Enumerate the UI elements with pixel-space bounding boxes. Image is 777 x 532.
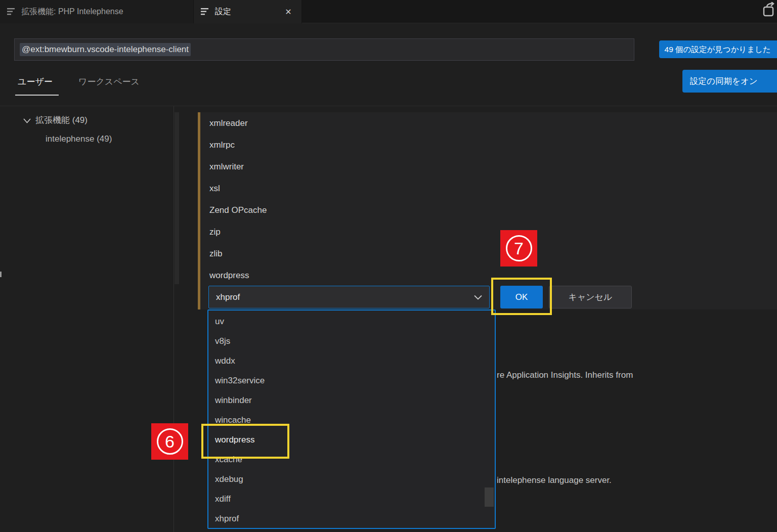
settings-scope-row: ユーザー ワークスペース 設定の同期をオン: [0, 66, 777, 106]
stub-list-item[interactable]: xmlrpc: [201, 134, 474, 156]
settings-search-row: @ext:bmewburn.vscode-intelephense-client…: [0, 23, 777, 66]
tab-settings[interactable]: 設定 ✕: [194, 0, 302, 23]
left-edge-artifact: [0, 272, 2, 277]
dropdown-option[interactable]: winbinder: [208, 390, 495, 410]
annotation-badge-6: 6: [151, 423, 188, 460]
stub-list-item[interactable]: zip: [201, 221, 474, 243]
results-count-badge: 49 個の設定が見つかりました: [659, 40, 777, 58]
annotation-number: 6: [157, 428, 183, 455]
tab-label: 設定: [215, 7, 231, 17]
settings-search-input[interactable]: @ext:bmewburn.vscode-intelephense-client: [14, 38, 634, 61]
stub-list-item[interactable]: xmlreader: [201, 112, 474, 134]
settings-list-icon: [7, 8, 16, 16]
toc-item-intelephense[interactable]: intelephense (49): [46, 134, 112, 144]
chevron-down-icon[interactable]: [23, 117, 31, 124]
dropdown-option[interactable]: wddx: [208, 351, 495, 371]
stub-list-item[interactable]: wordpress: [201, 264, 474, 286]
toc-item-extensions[interactable]: 拡張機能 (49): [35, 114, 88, 126]
scope-tab-user[interactable]: ユーザー: [18, 76, 53, 87]
dropdown-option[interactable]: xhprof: [208, 509, 495, 528]
stub-options-dropdown: uv v8js wddx win32service winbinder winc…: [207, 309, 496, 529]
toc-scrollbar-thumb[interactable]: [175, 112, 179, 284]
editor-tab-bar: 拡張機能: PHP Intelephense 設定 ✕: [0, 0, 777, 23]
dropdown-option[interactable]: xdiff: [208, 489, 495, 509]
vscode-settings-window: 拡張機能: PHP Intelephense 設定 ✕ @ext:bmewbur…: [0, 0, 777, 532]
stub-value-combobox[interactable]: xhprof: [208, 286, 490, 308]
tab-label: 拡張機能: PHP Intelephense: [21, 7, 123, 17]
chevron-down-icon: [474, 295, 482, 300]
toc-settings-divider[interactable]: [174, 106, 174, 532]
annotation-number: 7: [506, 235, 532, 261]
open-settings-json-icon[interactable]: [763, 2, 777, 17]
stub-list-item[interactable]: xmlwriter: [201, 156, 474, 178]
annotation-badge-7: 7: [500, 230, 537, 267]
stub-list-item[interactable]: xsl: [201, 178, 474, 199]
scope-tab-workspace[interactable]: ワークスペース: [78, 76, 140, 87]
tab-extension-php-intelephense[interactable]: 拡張機能: PHP Intelephense: [0, 0, 194, 23]
close-icon[interactable]: ✕: [282, 6, 294, 18]
modified-setting-indicator: [198, 112, 200, 309]
stub-list-item[interactable]: zlib: [201, 243, 474, 264]
setting-description-server: intelephense language server.: [497, 475, 612, 485]
annotation-highlight-ok: [491, 278, 552, 315]
dropdown-option[interactable]: v8js: [208, 331, 495, 351]
dropdown-option[interactable]: xdebug: [208, 469, 495, 489]
combobox-value: xhprof: [216, 292, 240, 302]
dropdown-option[interactable]: uv: [208, 312, 495, 331]
annotation-highlight-wordpress: [201, 424, 289, 459]
dropdown-option[interactable]: win32service: [208, 371, 495, 390]
search-query-text: @ext:bmewburn.vscode-intelephense-client: [20, 43, 191, 56]
settings-list-icon: [201, 8, 210, 16]
stub-list-item[interactable]: Zend OPcache: [201, 199, 474, 221]
dropdown-scrollbar-thumb[interactable]: [485, 487, 494, 507]
turn-on-settings-sync-button[interactable]: 設定の同期をオン: [682, 70, 777, 93]
setting-description-telemetry: re Application Insights. Inherits from: [497, 370, 633, 380]
cancel-button[interactable]: キャンセル: [549, 286, 632, 308]
